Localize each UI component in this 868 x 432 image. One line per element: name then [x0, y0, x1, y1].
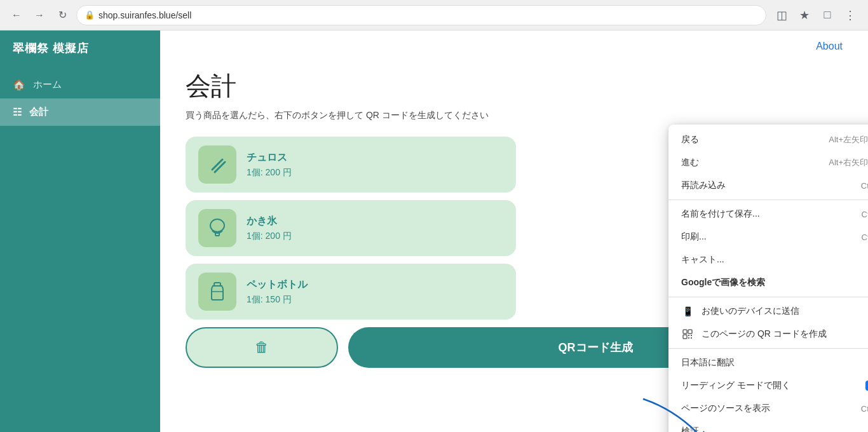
churros-price: 1個: 200 円	[247, 167, 503, 179]
kakigori-name: かき氷	[247, 215, 503, 228]
svg-line-1	[215, 162, 225, 172]
petbottle-name: ペットボトル	[247, 278, 503, 292]
sidebar-nav: 🏠 ホーム ☷ 会計	[0, 71, 160, 126]
sidebar-item-home[interactable]: 🏠 ホーム	[0, 71, 160, 98]
svg-rect-12	[691, 337, 692, 339]
ctx-search-image-label: Googleで画像を検索	[681, 277, 868, 288]
bookmark-button[interactable]: ★	[794, 5, 815, 25]
about-link[interactable]: About	[816, 41, 843, 52]
ctx-cast[interactable]: キャスト...	[668, 248, 868, 271]
url-text: shop.suiranfes.blue/sell	[98, 10, 191, 20]
product-card-kakigori[interactable]: かき氷 1個: 200 円	[186, 200, 516, 256]
ctx-search-image[interactable]: Googleで画像を検索	[668, 271, 868, 294]
ctx-save[interactable]: 名前を付けて保存... Ctrl+S	[668, 203, 868, 226]
lock-icon: 🔒	[85, 10, 95, 20]
ctx-inspect[interactable]: 検証	[668, 420, 868, 432]
ctx-create-qr-label: このページの QR コードを作成	[702, 328, 868, 340]
kakigori-icon-box	[198, 209, 236, 247]
address-bar[interactable]: 🔒 shop.suiranfes.blue/sell	[76, 5, 766, 25]
kakigori-price: 1個: 200 円	[247, 231, 503, 242]
qr-button-label: QRコード生成	[559, 340, 633, 355]
ctx-print[interactable]: 印刷... Ctrl+P	[668, 226, 868, 248]
app-container: 翠欄祭 模擬店 🏠 ホーム ☷ 会計 About 会計 買う商品を選んだら、右下…	[0, 30, 868, 432]
ctx-reading-mode[interactable]: リーディング モードで開く 新規	[668, 374, 868, 397]
ctx-forward-label: 進む	[681, 157, 824, 168]
trash-icon: 🗑	[255, 339, 269, 356]
ctx-send-device-label: お使いのデバイスに送信	[702, 306, 868, 317]
kakigori-info: かき氷 1個: 200 円	[247, 215, 503, 242]
page-title: 会計	[186, 69, 843, 104]
product-card-churros[interactable]: チュロス 1個: 200 円	[186, 137, 516, 192]
browser-chrome: ← → ↻ 🔒 shop.suiranfes.blue/sell ◫ ★ □ ⋮	[0, 0, 868, 30]
ctx-reload-label: 再読み込み	[681, 180, 856, 191]
ctx-back-label: 戻る	[681, 134, 824, 145]
svg-rect-9	[688, 335, 689, 336]
ctx-reload-shortcut: Ctrl+R	[861, 181, 868, 191]
petbottle-icon	[206, 280, 229, 303]
ctx-reading-mode-badge: 新規	[865, 381, 868, 391]
ctx-view-source[interactable]: ページのソースを表示 Ctrl+U	[668, 397, 868, 420]
ctx-print-label: 印刷...	[681, 231, 857, 243]
list-icon: ☷	[13, 106, 22, 118]
extensions-button[interactable]: ◫	[771, 5, 792, 25]
churros-icon	[206, 153, 229, 176]
back-button[interactable]: ←	[8, 6, 25, 24]
context-menu: 戻る Alt+左矢印キー 進む Alt+右矢印キー 再読み込み Ctrl+R 名…	[668, 125, 868, 432]
ctx-forward[interactable]: 進む Alt+右矢印キー	[668, 151, 868, 174]
ctx-forward-shortcut: Alt+右矢印キー	[829, 157, 868, 168]
forward-button[interactable]: →	[31, 6, 48, 24]
ctx-divider-2	[668, 297, 868, 297]
ctx-cast-label: キャスト...	[681, 254, 868, 266]
svg-point-2	[210, 219, 224, 232]
svg-rect-6	[683, 330, 687, 334]
ctx-save-shortcut: Ctrl+S	[862, 210, 868, 219]
main-content: About 会計 買う商品を選んだら、右下のボタンを押して QR コードを生成し…	[160, 30, 868, 432]
create-qr-icon	[681, 329, 694, 339]
sidebar-item-kaikei[interactable]: ☷ 会計	[0, 98, 160, 126]
sidebar-item-home-label: ホーム	[33, 79, 62, 91]
petbottle-icon-box	[198, 273, 236, 311]
ctx-print-shortcut: Ctrl+P	[862, 233, 868, 242]
reload-button[interactable]: ↻	[53, 6, 71, 24]
ctx-divider-3	[668, 348, 868, 349]
sidebar: 翠欄祭 模擬店 🏠 ホーム ☷ 会計	[0, 30, 160, 432]
header-row: About	[160, 30, 868, 62]
ctx-inspect-label: 検証	[681, 426, 868, 432]
delete-button[interactable]: 🗑	[186, 327, 338, 368]
petbottle-price: 1個: 150 円	[247, 294, 503, 306]
churros-name: チュロス	[247, 151, 503, 165]
profile-button[interactable]: □	[817, 5, 837, 25]
svg-rect-7	[688, 330, 692, 334]
product-card-petbottle[interactable]: ペットボトル 1個: 150 円	[186, 264, 516, 320]
page-desc: 買う商品を選んだら、右下のボタンを押して QR コードを生成してください	[186, 110, 843, 121]
svg-line-0	[212, 159, 222, 170]
ctx-reload[interactable]: 再読み込み Ctrl+R	[668, 174, 868, 197]
home-icon: 🏠	[13, 79, 25, 91]
churros-icon-box	[198, 145, 236, 184]
ctx-back[interactable]: 戻る Alt+左矢印キー	[668, 128, 868, 151]
send-device-icon: 📱	[681, 306, 694, 316]
svg-rect-10	[691, 335, 692, 336]
browser-icon-group: ◫ ★ □ ⋮	[771, 5, 860, 25]
ctx-translate[interactable]: 日本語に翻訳	[668, 351, 868, 374]
ctx-translate-label: 日本語に翻訳	[681, 357, 868, 368]
ctx-create-qr[interactable]: このページの QR コードを作成	[668, 323, 868, 346]
ctx-send-device[interactable]: 📱 お使いのデバイスに送信	[668, 300, 868, 323]
petbottle-info: ペットボトル 1個: 150 円	[247, 278, 503, 306]
ctx-view-source-label: ページのソースを表示	[681, 403, 856, 414]
churros-info: チュロス 1個: 200 円	[247, 151, 503, 179]
sidebar-item-kaikei-label: 会計	[29, 106, 48, 118]
ctx-view-source-shortcut: Ctrl+U	[861, 404, 868, 414]
svg-rect-8	[683, 335, 687, 339]
app-title: 翠欄祭 模擬店	[0, 30, 160, 66]
kakigori-icon	[206, 217, 229, 240]
svg-rect-11	[688, 337, 689, 339]
menu-button[interactable]: ⋮	[840, 5, 860, 25]
ctx-divider-1	[668, 199, 868, 200]
ctx-back-shortcut: Alt+左矢印キー	[829, 134, 868, 145]
ctx-save-label: 名前を付けて保存...	[681, 208, 857, 220]
ctx-reading-mode-label: リーディング モードで開く	[681, 380, 857, 391]
